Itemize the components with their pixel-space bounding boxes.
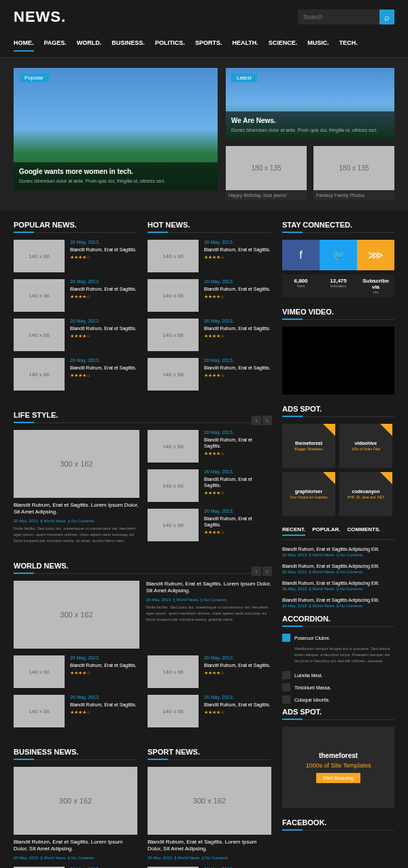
stars: ★★★★☆ <box>204 530 270 535</box>
recent-item[interactable]: Blandit Rutrum, Erat et Sagittis Adipisc… <box>282 581 394 591</box>
stars: ★★★★☆ <box>204 333 271 339</box>
news-item[interactable]: 140 x 8626 May, 2013.Blandit Rutrum, Era… <box>148 469 270 502</box>
ad-box-sub: 100s of Video Files <box>349 447 383 451</box>
hero-main[interactable]: Popular Google wants more women in tech.… <box>14 68 218 200</box>
nav-item[interactable]: MUSIC. <box>307 39 329 52</box>
nav-item[interactable]: SPORTS. <box>195 39 222 52</box>
news-title: Blandit Rutrum, Erat et Sagittis. <box>70 662 137 668</box>
hero-side-top[interactable]: Latest We Are News. Donec bibendum dolor… <box>226 68 394 139</box>
tab[interactable]: RECENT. <box>282 526 305 536</box>
sport-img[interactable]: 300 x 162 <box>148 767 271 835</box>
stat-label: rss <box>360 290 391 294</box>
hero-side-badge: Latest <box>231 73 257 82</box>
recent-item[interactable]: Blandit Rutrum, Erat et Sagittis Adipisc… <box>282 564 394 574</box>
nav-item[interactable]: HOME. <box>14 39 34 52</box>
hero-badge: Popular <box>19 73 49 82</box>
prev-arrow[interactable]: ‹ <box>252 566 261 576</box>
hero-side-item[interactable]: 180 x 135Fantasy Family Photos <box>313 146 394 200</box>
nav-item[interactable]: WORLD. <box>77 39 102 52</box>
hero-desc: Donec bibendum dolor at ante. Proin quis… <box>19 178 212 185</box>
recent-item[interactable]: Blandit Rutrum, Erat et Sagittis Adipisc… <box>282 547 394 557</box>
business-img[interactable]: 300 x 162 <box>14 767 137 835</box>
facebook-title: FACEBOOK. <box>282 818 394 831</box>
search: ⌕ <box>298 10 394 24</box>
news-title: Blandit Rutrum, Erat et Sagittis. <box>70 325 137 331</box>
news-item[interactable]: 140 x 8626 May, 2013.Blandit Rutrum, Era… <box>148 319 271 351</box>
video-box[interactable] <box>282 327 394 395</box>
news-item[interactable]: 140 x 8626 May, 2013.Blandit Rutrum, Era… <box>148 655 271 688</box>
nav-item[interactable]: PAGES. <box>44 39 67 52</box>
accordion-item[interactable]: Cuisque lobortis. <box>282 695 394 704</box>
world-article-title[interactable]: Blandit Rutrum, Erat et Sagittis. Lorem … <box>146 581 272 595</box>
recent-meta: 26 May, 2013. § World News. § No Coments… <box>282 570 394 574</box>
accordion-text: Vestibulum tempor feugiat est in posuere… <box>294 646 394 664</box>
lifestyle-article-title[interactable]: Blandit Rutrum, Erat et Sagittis. Lorem … <box>14 502 139 516</box>
search-input[interactable] <box>298 10 379 24</box>
facebook-icon[interactable]: f <box>282 240 320 270</box>
news-item[interactable]: 140 x 8626 May, 2013.Blandit Rutrum, Era… <box>148 509 270 541</box>
news-item[interactable]: 140 x 8626 May, 2013.Blandit Rutrum, Era… <box>14 319 137 351</box>
news-date: 26 May, 2013. <box>204 240 271 245</box>
news-item[interactable]: 140 x 8626 May, 2013.Blandit Rutrum, Era… <box>14 655 137 688</box>
news-item[interactable]: 140 x 8626 May, 2013.Blandit Rutrum, Era… <box>148 358 271 391</box>
ad-box[interactable]: graphicriverYour Choice for Graphics <box>282 472 335 516</box>
hero-side-desc: Donec bibendum dolor at ante. Proin quis… <box>231 127 389 134</box>
recent-meta: 26 May, 2013. § World News. § No Coments… <box>282 604 394 608</box>
accordion-item[interactable]: Lubelia Mest. <box>282 671 394 679</box>
news-title: Blandit Rutrum, Erat et Sagittis. <box>204 476 270 488</box>
logo[interactable]: NEWS. <box>14 8 66 26</box>
nav-item[interactable]: BUSINESS. <box>112 39 145 52</box>
accordion-item[interactable]: Poseruor Clubre. <box>282 634 394 642</box>
news-date: 26 May, 2013. <box>70 358 137 363</box>
news-title: Blandit Rutrum, Erat et Sagittis. <box>204 702 271 708</box>
news-title: Blandit Rutrum, Erat et Sagittis. <box>70 702 137 708</box>
business-article-title[interactable]: Blandit Rutrum, Erat et Sagittis. Lorem … <box>14 839 137 853</box>
ad-box[interactable]: themeforestBlogger Templates <box>282 424 335 468</box>
news-item[interactable]: 140 x 8626 May, 2013.Blandit Rutrum, Era… <box>14 240 137 272</box>
ad-banner-btn[interactable]: Start Browsing <box>316 773 361 783</box>
news-item[interactable]: 140 x 8626 May, 2013.Blandit Rutrum, Era… <box>148 430 270 463</box>
hero-side-item[interactable]: 180 x 135Happy Birthday, blue jeans! <box>226 146 307 200</box>
stars: ★★★★☆ <box>204 294 271 300</box>
tab[interactable]: POPULAR. <box>312 526 340 536</box>
news-title: Blandit Rutrum, Erat et Sagittis. <box>70 286 137 292</box>
nav-item[interactable]: SCIENCE. <box>269 39 298 52</box>
stars: ★★★★☆ <box>204 373 271 378</box>
nav-item[interactable]: TECH. <box>339 39 358 52</box>
rss-icon[interactable]: ⋙ <box>357 240 394 270</box>
ad-box[interactable]: codecanyonPHP, JS, Java and .NET <box>339 472 392 516</box>
tab[interactable]: COMMENTS. <box>347 526 381 536</box>
ad-box[interactable]: videohive100s of Video Files <box>339 424 392 468</box>
prev-arrow[interactable]: ‹ <box>252 416 261 425</box>
news-item[interactable]: 140 x 8626 May, 2013.Blandit Rutrum, Era… <box>14 358 137 391</box>
accordion-item[interactable]: Tinicidunt Massa. <box>282 683 394 691</box>
placeholder-img: 180 x 135 <box>226 146 307 190</box>
social-stat: 6,800fans <box>282 274 320 297</box>
news-item[interactable]: 140 x 8626 May, 2013.Blandit Rutrum, Era… <box>14 695 137 727</box>
news-item[interactable]: 140 x 8626 May, 2013.Blandit Rutrum, Era… <box>148 240 271 272</box>
news-date: 26 May, 2013. <box>204 430 270 435</box>
nav-item[interactable]: POLITICS. <box>155 39 185 52</box>
placeholder-img: 140 x 86 <box>148 469 199 502</box>
news-item[interactable]: 140 x 8626 May, 2013.Blandit Rutrum, Era… <box>148 695 271 727</box>
twitter-icon[interactable]: 🐦 <box>320 240 357 270</box>
connected-title: STAY CONNECTED. <box>282 221 394 233</box>
hero: Popular Google wants more women in tech.… <box>0 58 408 211</box>
news-item[interactable]: 140 x 8626 May, 2013.Blandit Rutrum, Era… <box>14 279 137 312</box>
news-item[interactable]: 140 x 8626 May, 2013.Blandit Rutrum, Era… <box>148 279 271 312</box>
news-date: 26 May, 2013. <box>204 509 270 513</box>
placeholder-img: 140 x 86 <box>14 240 65 272</box>
world-img[interactable]: 300 x 162 <box>14 581 139 649</box>
ad-banner[interactable]: themeforest 1000s of Site Templates Star… <box>282 727 394 808</box>
ad-banner-sub: 1000s of Site Templates <box>306 762 371 769</box>
lifestyle-img[interactable]: 300 x 162 <box>14 430 139 498</box>
sport-article-title[interactable]: Blandit Rutrum, Erat et Sagittis. Lorem … <box>148 839 271 853</box>
next-arrow[interactable]: › <box>262 566 272 576</box>
recent-item[interactable]: Blandit Rutrum, Erat et Sagittis Adipisc… <box>282 598 394 608</box>
stars: ★★★★☆ <box>70 333 137 339</box>
search-btn[interactable]: ⌕ <box>379 10 394 24</box>
ad-box-title: codecanyon <box>352 489 380 494</box>
nav-item[interactable]: HEALTH. <box>232 39 258 52</box>
next-arrow[interactable]: › <box>262 416 272 425</box>
stars: ★★★★☆ <box>70 373 137 378</box>
